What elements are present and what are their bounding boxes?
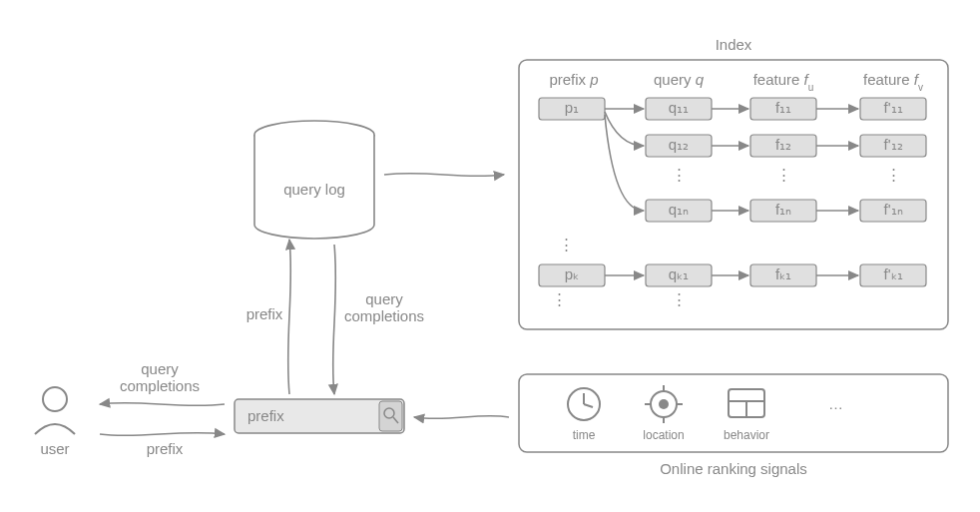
svg-text:f₁₁: f₁₁ [775, 99, 791, 116]
cell-pk: pₖ [539, 264, 605, 286]
lbl-location: location [643, 428, 684, 442]
cell-fp12: f'₁₂ [860, 135, 926, 157]
lbl-qc-1a: query [141, 360, 179, 377]
cell-p1: p₁ [539, 98, 605, 120]
svg-text:f'₁₁: f'₁₁ [883, 99, 902, 116]
arrow-completions-to-user [100, 403, 225, 406]
dots-qk: ⋮ [672, 290, 687, 307]
svg-text:q₁₁: q₁₁ [669, 99, 689, 116]
cell-fk1: fₖ₁ [750, 264, 816, 286]
col-fu: feature fu [753, 71, 814, 93]
lbl-prefix-1: prefix [147, 440, 184, 457]
cell-f12: f₁₂ [750, 135, 816, 157]
cell-f1n: f₁ₙ [750, 200, 816, 222]
index-title: Index [716, 36, 752, 53]
svg-point-0 [43, 387, 67, 411]
behavior-icon [729, 389, 764, 417]
svg-text:qₖ₁: qₖ₁ [669, 265, 689, 282]
ptr-p1-q12 [605, 112, 644, 146]
svg-text:f'ₖ₁: f'ₖ₁ [883, 265, 902, 282]
arrow-completions-down [333, 245, 336, 394]
svg-text:f₁₂: f₁₂ [775, 136, 791, 153]
svg-text:q₁₂: q₁₂ [669, 136, 689, 153]
svg-text:fₖ₁: fₖ₁ [775, 265, 791, 282]
col-fv: feature fv [863, 71, 923, 93]
location-icon [645, 385, 683, 423]
svg-text:f'₁ₙ: f'₁ₙ [883, 201, 902, 218]
svg-text:p₁: p₁ [565, 99, 579, 116]
lbl-behavior: behavior [724, 428, 769, 442]
query-log-label: query log [283, 181, 345, 198]
search-input-text: prefix [247, 407, 284, 424]
lbl-qc-2b: completions [344, 307, 424, 324]
cell-fpk1: f'ₖ₁ [860, 264, 926, 286]
lbl-prefix-2: prefix [246, 305, 283, 322]
cell-fp1n: f'₁ₙ [860, 200, 926, 222]
col-query: query q [654, 71, 705, 88]
dots-q1: ⋮ [672, 166, 687, 183]
cell-fp11: f'₁₁ [860, 98, 926, 120]
cell-q1n: q₁ₙ [646, 200, 712, 222]
cell-q11: q₁₁ [646, 98, 712, 120]
lbl-qc-1b: completions [120, 377, 200, 394]
svg-text:f₁ₙ: f₁ₙ [775, 201, 791, 218]
svg-line-35 [584, 404, 593, 407]
cell-f11: f₁₁ [750, 98, 816, 120]
user-label: user [40, 440, 69, 457]
arrow-prefix-up [288, 240, 291, 394]
signals-more: … [828, 395, 843, 412]
arrow-signals-to-search [414, 416, 509, 419]
dots-pk2: ⋮ [552, 290, 567, 307]
arrow-prefix-to-search [100, 433, 225, 436]
user-icon [35, 387, 75, 434]
lbl-time: time [573, 428, 596, 442]
cell-qk1: qₖ₁ [646, 264, 712, 286]
query-log-db [254, 121, 374, 239]
col-prefix: prefix p [549, 71, 598, 88]
svg-rect-2 [379, 401, 402, 431]
svg-text:q₁ₙ: q₁ₙ [669, 201, 689, 218]
svg-text:f'₁₂: f'₁₂ [883, 136, 902, 153]
lbl-qc-2a: query [365, 290, 403, 307]
svg-text:pₖ: pₖ [565, 265, 579, 282]
cell-q12: q₁₂ [646, 135, 712, 157]
arrow-log-to-index [384, 174, 504, 177]
dots-fp1: ⋮ [886, 166, 901, 183]
ptr-p1-q1n [605, 115, 644, 211]
svg-point-37 [659, 399, 669, 409]
clock-icon [568, 388, 600, 420]
signals-title: Online ranking signals [660, 460, 807, 477]
dots-p: ⋮ [559, 236, 574, 253]
dots-f1: ⋮ [776, 166, 791, 183]
